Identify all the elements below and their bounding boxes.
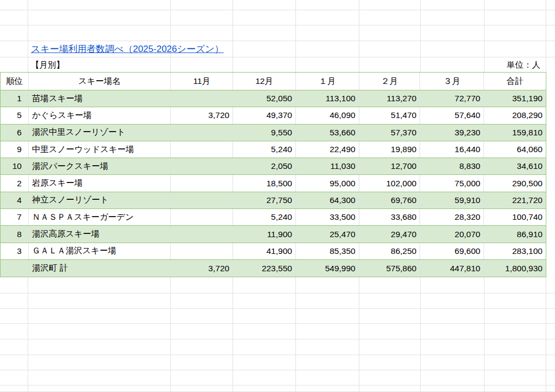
- empty-cell[interactable]: [421, 355, 485, 370]
- empty-cell[interactable]: [233, 25, 296, 41]
- cell-value[interactable]: 34,610: [484, 158, 546, 174]
- empty-cell[interactable]: [546, 339, 555, 355]
- cell-value[interactable]: 283,100: [484, 243, 546, 259]
- empty-cell[interactable]: [171, 339, 233, 355]
- empty-cell[interactable]: [0, 370, 28, 386]
- cell-value[interactable]: 102,000: [359, 175, 421, 191]
- empty-cell[interactable]: [233, 386, 296, 392]
- empty-cell[interactable]: [28, 277, 171, 293]
- cell-rank[interactable]: 1: [1, 90, 29, 107]
- cell-rank[interactable]: 7: [1, 209, 29, 225]
- col-header-nov[interactable]: 11月: [171, 73, 233, 90]
- empty-cell[interactable]: [233, 10, 296, 25]
- cell-value[interactable]: [171, 243, 233, 259]
- cell-value[interactable]: 85,350: [296, 243, 359, 259]
- empty-cell[interactable]: [421, 10, 485, 25]
- empty-cell[interactable]: [28, 10, 171, 25]
- cell-rank[interactable]: 4: [1, 192, 29, 208]
- cell-value[interactable]: 100,740: [484, 209, 546, 225]
- empty-cell[interactable]: [0, 309, 28, 324]
- empty-cell[interactable]: [421, 324, 485, 339]
- cell-value[interactable]: [171, 175, 233, 191]
- empty-cell[interactable]: [485, 25, 546, 41]
- empty-cell[interactable]: [171, 277, 233, 293]
- cell-value[interactable]: 27,750: [233, 192, 296, 208]
- cell-name[interactable]: 湯沢高原スキー場: [29, 226, 171, 242]
- cell-value[interactable]: [171, 226, 233, 242]
- empty-cell[interactable]: [233, 355, 296, 370]
- empty-cell[interactable]: [485, 370, 546, 386]
- empty-cell[interactable]: [546, 309, 555, 324]
- empty-cell[interactable]: [546, 386, 555, 392]
- empty-cell[interactable]: [359, 0, 421, 10]
- cell-value[interactable]: 223,550: [233, 260, 296, 277]
- cell-value[interactable]: 33,500: [296, 209, 359, 225]
- empty-cell[interactable]: [485, 293, 546, 309]
- empty-cell[interactable]: [359, 324, 421, 339]
- empty-cell[interactable]: [359, 10, 421, 25]
- empty-cell[interactable]: [359, 293, 421, 309]
- col-header-total[interactable]: 合計: [484, 73, 546, 90]
- empty-cell[interactable]: [485, 10, 546, 25]
- cell-rank[interactable]: 9: [1, 141, 29, 158]
- empty-cell[interactable]: [0, 386, 28, 392]
- empty-cell[interactable]: [485, 355, 546, 370]
- cell-rank[interactable]: 6: [1, 125, 29, 141]
- cell-value[interactable]: 221,720: [484, 192, 546, 208]
- cell-value[interactable]: 69,760: [359, 192, 421, 208]
- empty-cell[interactable]: [233, 57, 296, 72]
- empty-cell[interactable]: [0, 324, 28, 339]
- cell-value[interactable]: [171, 209, 233, 225]
- cell-name[interactable]: 苗場スキー場: [29, 90, 171, 107]
- empty-cell[interactable]: [359, 25, 421, 41]
- cell-value[interactable]: 113,100: [296, 90, 359, 107]
- empty-cell[interactable]: [0, 339, 28, 355]
- cell-value[interactable]: 8,830: [420, 158, 484, 174]
- cell-value[interactable]: 16,440: [420, 141, 484, 158]
- empty-cell[interactable]: [485, 339, 546, 355]
- empty-cell[interactable]: [171, 0, 233, 10]
- empty-cell[interactable]: [485, 324, 546, 339]
- empty-cell[interactable]: [233, 370, 296, 386]
- cell-rank[interactable]: 5: [1, 107, 29, 123]
- cell-value[interactable]: 12,700: [359, 158, 421, 174]
- cell-value[interactable]: 3,720: [171, 107, 233, 123]
- empty-cell[interactable]: [359, 57, 421, 72]
- empty-cell[interactable]: [421, 386, 485, 392]
- empty-cell[interactable]: [28, 324, 171, 339]
- empty-cell[interactable]: [296, 293, 359, 309]
- empty-cell[interactable]: [546, 277, 555, 293]
- empty-cell[interactable]: [296, 339, 359, 355]
- empty-cell[interactable]: [28, 293, 171, 309]
- cell-value[interactable]: 64,300: [296, 192, 359, 208]
- cell-name[interactable]: 湯沢パークスキー場: [29, 158, 171, 174]
- empty-cell[interactable]: [359, 370, 421, 386]
- cell-value[interactable]: 53,660: [296, 125, 359, 141]
- empty-cell[interactable]: [0, 57, 28, 72]
- col-header-name[interactable]: スキー場名: [29, 73, 171, 90]
- empty-cell[interactable]: [485, 277, 546, 293]
- col-header-dec[interactable]: 12月: [233, 73, 296, 90]
- empty-cell[interactable]: [359, 386, 421, 392]
- cell-value[interactable]: 447,810: [420, 260, 484, 277]
- empty-cell[interactable]: [28, 339, 171, 355]
- empty-cell[interactable]: [28, 25, 171, 41]
- empty-cell[interactable]: [296, 386, 359, 392]
- empty-cell[interactable]: [296, 41, 359, 57]
- empty-cell[interactable]: [296, 370, 359, 386]
- empty-cell[interactable]: [0, 10, 28, 25]
- cell-value[interactable]: 11,900: [233, 226, 296, 242]
- sheet-title-link[interactable]: スキー場利用者数調べ（2025-2026シーズン）: [31, 41, 224, 57]
- empty-cell[interactable]: [296, 0, 359, 10]
- empty-cell[interactable]: [171, 10, 233, 25]
- cell-value[interactable]: 28,320: [420, 209, 484, 225]
- empty-cell[interactable]: [0, 0, 28, 10]
- col-header-feb[interactable]: ２月: [359, 73, 421, 90]
- empty-cell[interactable]: [546, 370, 555, 386]
- col-header-mar[interactable]: ３月: [420, 73, 484, 90]
- cell-value[interactable]: 3,720: [171, 260, 233, 277]
- empty-cell[interactable]: [421, 339, 485, 355]
- empty-cell[interactable]: [233, 277, 296, 293]
- cell-rank[interactable]: 2: [1, 175, 29, 191]
- empty-cell[interactable]: [28, 386, 171, 392]
